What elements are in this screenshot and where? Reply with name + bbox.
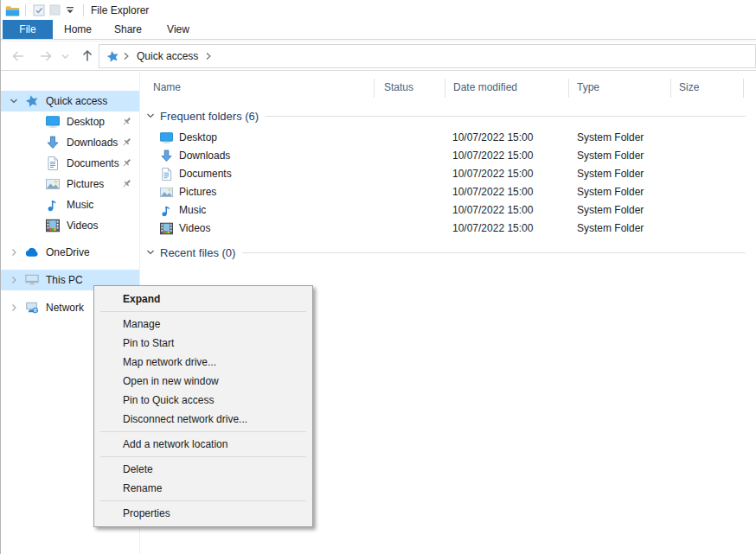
up-arrow-icon[interactable] — [81, 49, 93, 62]
column-divider[interactable] — [743, 79, 744, 98]
new-folder-icon[interactable] — [47, 3, 62, 18]
back-arrow-icon[interactable] — [11, 50, 25, 62]
toolbar-divider — [83, 4, 84, 16]
downloads-icon — [160, 150, 173, 162]
sidebar-item-desktop[interactable]: Desktop — [1, 111, 139, 132]
file-name: Pictures — [179, 186, 216, 198]
sidebar-item-label: Music — [67, 199, 93, 211]
file-type: System Folder — [577, 222, 644, 234]
file-explorer-window: File Explorer File Home Share View Quick… — [0, 0, 756, 554]
forward-arrow-icon[interactable] — [39, 50, 53, 62]
documents-icon — [160, 168, 173, 181]
column-divider[interactable] — [445, 79, 445, 98]
menu-item-add-a-network-location[interactable]: Add a network location — [94, 435, 312, 454]
file-name: Documents — [179, 168, 232, 180]
file-type: System Folder — [577, 186, 644, 198]
menu-item-expand[interactable]: Expand — [94, 290, 312, 309]
documents-icon — [46, 156, 60, 170]
menu-item-manage[interactable]: Manage — [94, 315, 312, 334]
this-pc-icon — [25, 273, 39, 287]
file-row-pictures[interactable]: Pictures 10/07/2022 15:00 System Folder — [140, 183, 756, 201]
file-type: System Folder — [577, 150, 644, 162]
group-label: Recent files (0) — [160, 246, 235, 259]
file-row-desktop[interactable]: Desktop 10/07/2022 15:00 System Folder — [140, 129, 756, 147]
menu-separator — [100, 456, 306, 457]
sidebar-item-label: Network — [46, 302, 84, 314]
file-date-modified: 10/07/2022 15:00 — [452, 204, 533, 216]
desktop-icon — [160, 131, 173, 144]
column-header-date-modified[interactable]: Date modified — [453, 81, 517, 93]
recent-locations-chevron-icon[interactable] — [61, 53, 69, 60]
menu-item-map-network-drive[interactable]: Map network drive... — [94, 353, 312, 372]
chevron-right-icon[interactable] — [8, 303, 20, 312]
chevron-right-icon[interactable] — [8, 248, 20, 257]
menu-item-pin-to-start[interactable]: Pin to Start — [94, 334, 312, 353]
tab-share[interactable]: Share — [103, 20, 153, 39]
file-row-documents[interactable]: Documents 10/07/2022 15:00 System Folder — [140, 165, 756, 183]
chevron-down-icon[interactable] — [146, 248, 155, 257]
ribbon-tab-bar: File Home Share View — [1, 20, 756, 40]
menu-item-disconnect-network-drive[interactable]: Disconnect network drive... — [94, 410, 312, 429]
sidebar-item-label: Downloads — [67, 137, 118, 149]
pin-icon — [121, 178, 132, 189]
videos-icon — [46, 219, 60, 232]
menu-item-delete[interactable]: Delete — [94, 460, 312, 479]
menu-item-rename[interactable]: Rename — [94, 479, 312, 498]
file-row-videos[interactable]: Videos 10/07/2022 15:00 System Folder — [140, 220, 756, 238]
pin-icon — [121, 157, 132, 169]
group-frequent-folders[interactable]: Frequent folders (6) — [146, 108, 746, 124]
sidebar-item-downloads[interactable]: Downloads — [1, 132, 139, 153]
group-recent-files[interactable]: Recent files (0) — [146, 245, 746, 260]
file-row-music[interactable]: Music 10/07/2022 15:00 System Folder — [140, 201, 756, 220]
file-date-modified: 10/07/2022 15:00 — [452, 168, 533, 180]
file-name: Desktop — [179, 131, 217, 143]
breadcrumb-chevron-icon[interactable] — [205, 52, 212, 60]
videos-icon — [160, 222, 173, 235]
sidebar-item-music[interactable]: Music — [1, 194, 139, 215]
sidebar-item-documents[interactable]: Documents — [1, 153, 139, 174]
menu-item-properties[interactable]: Properties — [94, 504, 312, 523]
address-bar[interactable]: Quick access — [99, 44, 756, 68]
group-divider-line — [266, 116, 746, 117]
menu-separator — [100, 311, 306, 312]
sidebar-item-onedrive[interactable]: OneDrive — [1, 242, 139, 263]
group-label: Frequent folders (6) — [160, 110, 259, 123]
file-row-downloads[interactable]: Downloads 10/07/2022 15:00 System Folder — [140, 147, 756, 165]
sidebar-item-label: Quick access — [46, 95, 107, 107]
breadcrumb-location[interactable]: Quick access — [137, 50, 198, 62]
title-bar: File Explorer — [1, 0, 756, 20]
file-type: System Folder — [577, 168, 644, 180]
sidebar-item-videos[interactable]: Videos — [1, 215, 139, 236]
tab-home[interactable]: Home — [53, 20, 103, 39]
sidebar-item-pictures[interactable]: Pictures — [1, 174, 139, 194]
column-header-name[interactable]: Name — [153, 81, 181, 93]
context-menu: Expand Manage Pin to Start Map network d… — [93, 285, 313, 527]
quick-access-star-icon — [106, 50, 119, 63]
column-headers: Name Status Date modified Type Size — [140, 79, 756, 98]
tab-file[interactable]: File — [3, 20, 53, 39]
properties-icon[interactable] — [31, 3, 47, 18]
breadcrumb-chevron-icon[interactable] — [123, 52, 130, 60]
network-icon — [25, 301, 39, 315]
chevron-right-icon[interactable] — [8, 276, 20, 284]
column-header-status[interactable]: Status — [384, 81, 413, 93]
window-title: File Explorer — [91, 4, 149, 16]
chevron-down-icon[interactable] — [146, 111, 155, 120]
customize-toolbar-dropdown-icon[interactable] — [62, 3, 78, 18]
column-divider[interactable] — [374, 79, 375, 98]
sidebar-item-quick-access[interactable]: Quick access — [1, 91, 139, 111]
sidebar-item-label: Pictures — [67, 178, 104, 190]
column-header-size[interactable]: Size — [679, 81, 699, 93]
column-divider[interactable] — [568, 79, 569, 98]
file-name: Music — [179, 204, 206, 216]
tab-view[interactable]: View — [153, 20, 203, 39]
quick-access-star-icon — [25, 94, 39, 108]
menu-item-pin-to-quick-access[interactable]: Pin to Quick access — [94, 391, 312, 410]
music-icon — [160, 204, 173, 217]
sidebar-item-label: Videos — [67, 220, 98, 232]
chevron-down-icon[interactable] — [8, 97, 20, 105]
column-divider[interactable] — [670, 79, 671, 98]
menu-item-open-in-new-window[interactable]: Open in new window — [94, 372, 312, 391]
column-header-type[interactable]: Type — [577, 81, 599, 93]
file-type: System Folder — [577, 131, 644, 143]
